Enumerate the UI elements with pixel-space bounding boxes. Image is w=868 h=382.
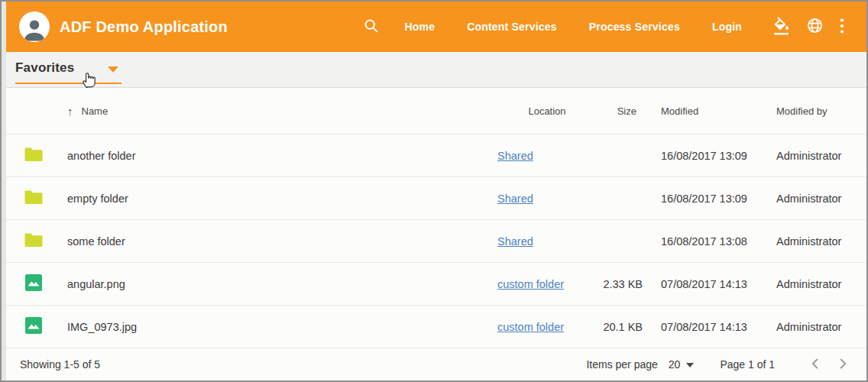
file-type-icon-cell: [6, 274, 67, 294]
pagination-footer: Showing 1-5 of 5 Items per page 20 Page …: [6, 348, 866, 380]
file-name[interactable]: IMG_0973.jpg: [67, 321, 497, 333]
column-header-size[interactable]: Size: [597, 105, 646, 117]
nav-content-services[interactable]: Content Services: [467, 21, 557, 33]
location-cell: custom folder: [497, 278, 597, 290]
file-type-icon-cell: [6, 189, 67, 208]
page-indicator: Page 1 of 1: [720, 358, 775, 371]
folder-icon: [24, 232, 44, 251]
location-link[interactable]: custom folder: [497, 321, 564, 333]
location-link[interactable]: custom folder: [497, 278, 564, 290]
theme-color-button[interactable]: [772, 17, 791, 37]
nav-process-services[interactable]: Process Services: [589, 21, 680, 33]
column-header-location[interactable]: Location: [497, 105, 597, 117]
location-link[interactable]: Shared: [497, 150, 533, 162]
table-row[interactable]: IMG_0973.jpg custom folder 20.1 KB 07/08…: [6, 305, 866, 348]
modified-by: Administrator: [776, 193, 866, 205]
file-type-icon-cell: [6, 316, 67, 337]
header-tool-icons: [772, 17, 845, 37]
folder-icon: [24, 189, 44, 208]
page-toolbar: Favorites: [6, 52, 866, 88]
document-list: ↑ Name Location Size Modified Modified b…: [6, 88, 866, 348]
favorites-dropdown[interactable]: Favorites: [15, 60, 121, 84]
app-header: ADF Demo Application Home Content Servic…: [6, 2, 866, 52]
items-per-page-label: Items per page: [586, 358, 657, 371]
image-file-icon: [24, 316, 43, 337]
chevron-left-icon: [807, 355, 824, 374]
location-cell: Shared: [497, 235, 597, 248]
file-type-icon-cell: [6, 147, 67, 165]
nav-login[interactable]: Login: [712, 21, 742, 33]
page-title: Favorites: [15, 60, 74, 76]
file-name[interactable]: angular.png: [67, 278, 497, 290]
modified-date: 16/08/2017 13:09: [646, 150, 776, 162]
file-size: 20.1 KB: [597, 321, 646, 333]
column-header-name[interactable]: ↑ Name: [67, 105, 497, 117]
location-link[interactable]: Shared: [497, 193, 533, 205]
modified-by: Administrator: [776, 278, 866, 290]
nav-home[interactable]: Home: [404, 21, 435, 33]
table-header-row: ↑ Name Location Size Modified Modified b…: [6, 88, 866, 134]
app-title: ADF Demo Application: [60, 18, 228, 36]
globe-icon: [806, 17, 824, 37]
file-name[interactable]: empty folder: [67, 193, 497, 205]
table-body: another folder Shared 16/08/2017 13:09 A…: [6, 134, 866, 348]
modified-by: Administrator: [776, 150, 866, 162]
language-button[interactable]: [806, 17, 824, 37]
table-row[interactable]: empty folder Shared 16/08/2017 13:09 Adm…: [6, 176, 866, 219]
previous-page-button[interactable]: [807, 355, 824, 374]
image-file-icon: [24, 274, 43, 294]
search-button[interactable]: [363, 18, 380, 37]
chevron-right-icon: [834, 355, 851, 374]
color-fill-icon: [772, 17, 791, 37]
modified-date: 16/08/2017 13:08: [646, 235, 776, 248]
pager-controls: Items per page 20 Page 1 of 1: [586, 355, 851, 374]
table-row[interactable]: angular.png custom folder 2.33 KB 07/08/…: [6, 262, 866, 305]
file-type-icon-cell: [6, 232, 67, 251]
avatar[interactable]: [19, 11, 50, 42]
chevron-down-icon: [686, 363, 694, 367]
folder-icon: [24, 147, 44, 165]
table-row[interactable]: some folder Shared 16/08/2017 13:08 Admi…: [6, 219, 866, 262]
file-name[interactable]: another folder: [67, 150, 497, 162]
app-content: ADF Demo Application Home Content Servic…: [6, 2, 866, 380]
more-menu-button[interactable]: [839, 17, 845, 37]
modified-by: Administrator: [776, 321, 866, 333]
modified-date: 16/08/2017 13:09: [646, 193, 776, 205]
modified-date: 07/08/2017 14:13: [646, 278, 776, 290]
table-row[interactable]: another folder Shared 16/08/2017 13:09 A…: [6, 134, 866, 176]
user-icon: [21, 16, 47, 42]
search-icon: [363, 18, 380, 37]
items-per-page-select[interactable]: 20: [669, 358, 695, 371]
column-header-modified[interactable]: Modified: [646, 105, 776, 117]
file-name[interactable]: some folder: [67, 235, 497, 248]
chevron-down-icon: [108, 66, 118, 73]
location-cell: custom folder: [497, 321, 597, 333]
location-cell: Shared: [497, 193, 597, 205]
more-vert-icon: [839, 17, 845, 37]
showing-count: Showing 1-5 of 5: [20, 358, 100, 371]
app-window: ADF Demo Application Home Content Servic…: [0, 0, 868, 382]
modified-date: 07/08/2017 14:13: [646, 321, 776, 333]
file-size: 2.33 KB: [597, 278, 646, 290]
main-nav: Home Content Services Process Services L…: [404, 21, 742, 33]
sort-ascending-icon: ↑: [67, 105, 73, 117]
modified-by: Administrator: [776, 235, 866, 248]
location-link[interactable]: Shared: [497, 235, 533, 248]
location-cell: Shared: [497, 150, 597, 162]
column-header-modified-by[interactable]: Modified by: [776, 105, 866, 117]
next-page-button[interactable]: [834, 355, 851, 374]
